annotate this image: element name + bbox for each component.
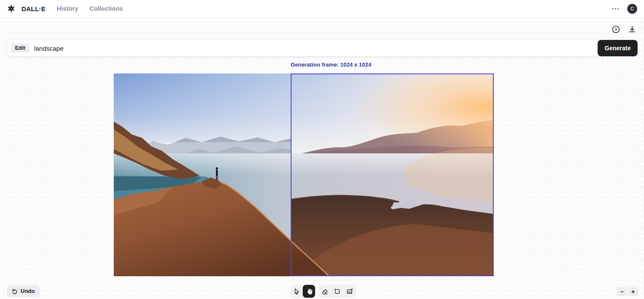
eraser-icon xyxy=(321,288,328,295)
brand-title: DALL·E xyxy=(21,5,46,12)
tool-eraser-button[interactable] xyxy=(319,285,331,298)
tool-pan-button[interactable] xyxy=(303,285,315,298)
tool-bar xyxy=(290,285,356,298)
undo-label: Undo xyxy=(21,288,35,294)
question-mark-circle-icon: ? xyxy=(612,25,620,34)
brand-home-link[interactable]: DALL·E xyxy=(7,4,46,13)
help-button[interactable]: ? xyxy=(611,25,620,34)
prompt-input[interactable] xyxy=(34,45,598,52)
generation-frame-label: Generation frame: 1024 x 1024 xyxy=(291,61,371,68)
top-navbar: DALL·E History Collections C xyxy=(0,0,644,18)
frame-plus-icon xyxy=(334,288,341,295)
svg-text:?: ? xyxy=(614,27,617,32)
download-button[interactable] xyxy=(628,25,636,34)
undo-icon xyxy=(12,288,18,294)
openai-logo-icon xyxy=(7,4,15,13)
undo-button[interactable]: Undo xyxy=(7,285,39,297)
generate-button[interactable]: Generate xyxy=(598,40,638,56)
nav-link-collections[interactable]: Collections xyxy=(89,5,123,12)
overflow-menu-icon[interactable] xyxy=(611,6,620,11)
download-icon xyxy=(629,25,636,33)
editor-canvas[interactable]: ? Edit Generate Generation frame: 1024 x… xyxy=(0,18,644,299)
avatar[interactable]: C xyxy=(627,4,637,14)
generation-frame[interactable] xyxy=(291,73,494,276)
tool-generation-frame-button[interactable] xyxy=(331,285,343,298)
cursor-arrow-icon xyxy=(293,288,300,295)
nav-link-history[interactable]: History xyxy=(57,5,78,12)
hand-icon xyxy=(306,288,313,295)
tool-add-image-button[interactable] xyxy=(343,285,356,298)
zoom-out-button[interactable]: − xyxy=(617,287,627,296)
edit-mode-badge: Edit xyxy=(11,43,29,53)
zoom-in-button[interactable]: + xyxy=(628,287,638,296)
tool-select-button[interactable] xyxy=(290,285,303,298)
image-plus-icon xyxy=(346,288,353,295)
prompt-bar: Edit Generate xyxy=(7,40,638,56)
zoom-controls: − + xyxy=(617,287,638,296)
